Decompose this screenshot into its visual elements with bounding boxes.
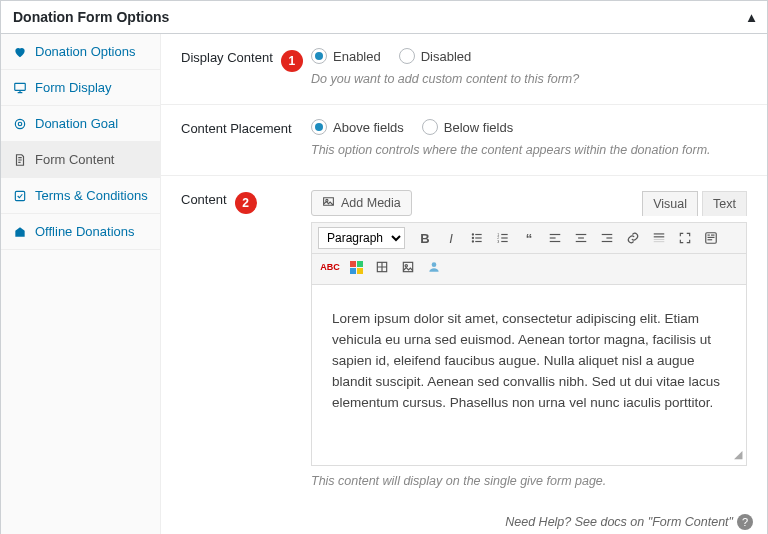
content-area: Display Content 1 Enabled Disabled xyxy=(161,34,767,534)
add-media-button[interactable]: Add Media xyxy=(311,190,412,216)
badge-1: 1 xyxy=(281,50,303,72)
svg-rect-26 xyxy=(654,233,665,234)
radio-label: Above fields xyxy=(333,120,404,135)
building-icon xyxy=(13,225,27,239)
svg-rect-32 xyxy=(711,235,715,236)
image-button[interactable] xyxy=(396,256,420,278)
svg-rect-23 xyxy=(602,234,613,235)
sidebar-item-terms[interactable]: Terms & Conditions xyxy=(1,178,160,214)
svg-rect-12 xyxy=(501,237,507,238)
media-row: Add Media Visual Text xyxy=(311,190,747,216)
sidebar-item-label: Form Display xyxy=(35,80,112,95)
radio-dot-icon xyxy=(399,48,415,64)
align-center-button[interactable] xyxy=(569,227,593,249)
sidebar-item-label: Donation Options xyxy=(35,44,135,59)
more-button[interactable] xyxy=(647,227,671,249)
row-body: Add Media Visual Text Paragraph B xyxy=(311,190,747,488)
add-media-label: Add Media xyxy=(341,196,401,210)
media-icon xyxy=(322,195,335,211)
svg-rect-3 xyxy=(15,191,24,200)
sidebar-item-offline[interactable]: Offline Donations xyxy=(1,214,160,250)
row-placement: Content Placement Above fields Below fie… xyxy=(161,105,767,176)
editor-textarea[interactable]: Lorem ipsum dolor sit amet, consectetur … xyxy=(312,285,746,465)
sidebar-item-form-content[interactable]: Form Content xyxy=(1,142,160,178)
svg-point-2 xyxy=(18,122,22,126)
fullscreen-button[interactable] xyxy=(673,227,697,249)
bold-button[interactable]: B xyxy=(413,227,437,249)
svg-rect-18 xyxy=(550,237,556,238)
color-grid-button[interactable] xyxy=(344,256,368,278)
radio-above[interactable]: Above fields xyxy=(311,119,404,135)
content-label: Content xyxy=(181,192,227,207)
user-button[interactable] xyxy=(422,256,446,278)
svg-rect-10 xyxy=(475,241,481,242)
toolbar-toggle-button[interactable] xyxy=(699,227,723,249)
svg-rect-17 xyxy=(550,234,561,235)
svg-rect-11 xyxy=(501,234,507,235)
radio-dot-icon xyxy=(311,48,327,64)
svg-rect-6 xyxy=(475,234,481,235)
tab-visual[interactable]: Visual xyxy=(642,191,698,216)
radio-group-placement: Above fields Below fields xyxy=(311,119,747,135)
svg-rect-34 xyxy=(708,239,713,240)
svg-rect-29 xyxy=(654,242,665,243)
bullet-list-button[interactable] xyxy=(465,227,489,249)
number-list-button[interactable]: 123 xyxy=(491,227,515,249)
panel-body: Donation Options Form Display Donation G… xyxy=(1,34,767,534)
document-icon xyxy=(13,153,27,167)
radio-disabled[interactable]: Disabled xyxy=(399,48,472,64)
resize-handle-icon[interactable]: ◢ xyxy=(734,446,742,463)
align-left-button[interactable] xyxy=(543,227,567,249)
row-label: Display Content 1 xyxy=(181,48,311,86)
radio-group-display: Enabled Disabled xyxy=(311,48,747,64)
hint-content: This content will display on the single … xyxy=(311,474,747,488)
help-text[interactable]: Need Help? See docs on "Form Content" xyxy=(505,515,733,529)
sidebar-item-donation-options[interactable]: Donation Options xyxy=(1,34,160,70)
svg-point-1 xyxy=(15,119,24,128)
sidebar: Donation Options Form Display Donation G… xyxy=(1,34,161,534)
svg-point-37 xyxy=(405,265,407,267)
footer-help: Need Help? See docs on "Form Content" ? xyxy=(161,506,767,534)
help-icon[interactable]: ? xyxy=(737,514,753,530)
row-display-content: Display Content 1 Enabled Disabled xyxy=(161,34,767,105)
row-body: Above fields Below fields This option co… xyxy=(311,119,747,157)
link-button[interactable] xyxy=(621,227,645,249)
tab-text[interactable]: Text xyxy=(702,191,747,216)
align-right-button[interactable] xyxy=(595,227,619,249)
radio-label: Disabled xyxy=(421,49,472,64)
svg-rect-31 xyxy=(708,235,710,236)
svg-rect-28 xyxy=(654,239,665,240)
table-button[interactable] xyxy=(370,256,394,278)
svg-rect-21 xyxy=(578,237,584,238)
abc-button[interactable]: ABC xyxy=(318,256,342,278)
badge-2: 2 xyxy=(235,192,257,214)
editor-content: Lorem ipsum dolor sit amet, consectetur … xyxy=(332,311,720,410)
editor-toolbar-row2: ABC xyxy=(312,254,746,285)
sidebar-item-label: Form Content xyxy=(35,152,114,167)
svg-text:3: 3 xyxy=(497,240,499,244)
italic-button[interactable]: I xyxy=(439,227,463,249)
heart-icon xyxy=(13,45,27,59)
quote-button[interactable]: “ xyxy=(517,227,541,249)
svg-rect-33 xyxy=(708,237,715,238)
svg-rect-20 xyxy=(576,234,587,235)
svg-rect-13 xyxy=(501,241,507,242)
editor-tabs: Visual Text xyxy=(642,191,747,216)
sidebar-item-donation-goal[interactable]: Donation Goal xyxy=(1,106,160,142)
display-content-label: Display Content xyxy=(181,50,273,65)
svg-point-5 xyxy=(472,233,474,235)
svg-rect-36 xyxy=(403,262,412,271)
wysiwyg-editor: Paragraph B I 123 “ xyxy=(311,222,747,466)
sidebar-item-label: Terms & Conditions xyxy=(35,188,148,203)
format-select[interactable]: Paragraph xyxy=(318,227,405,249)
row-label: Content 2 xyxy=(181,190,311,488)
sidebar-item-label: Donation Goal xyxy=(35,116,118,131)
sidebar-item-form-display[interactable]: Form Display xyxy=(1,70,160,106)
placement-label: Content Placement xyxy=(181,121,292,136)
radio-enabled[interactable]: Enabled xyxy=(311,48,381,64)
collapse-icon[interactable]: ▴ xyxy=(748,9,755,25)
radio-below[interactable]: Below fields xyxy=(422,119,513,135)
row-body: Enabled Disabled Do you want to add cust… xyxy=(311,48,747,86)
editor-toolbar: Paragraph B I 123 “ xyxy=(312,223,746,254)
panel-header[interactable]: Donation Form Options ▴ xyxy=(1,1,767,34)
